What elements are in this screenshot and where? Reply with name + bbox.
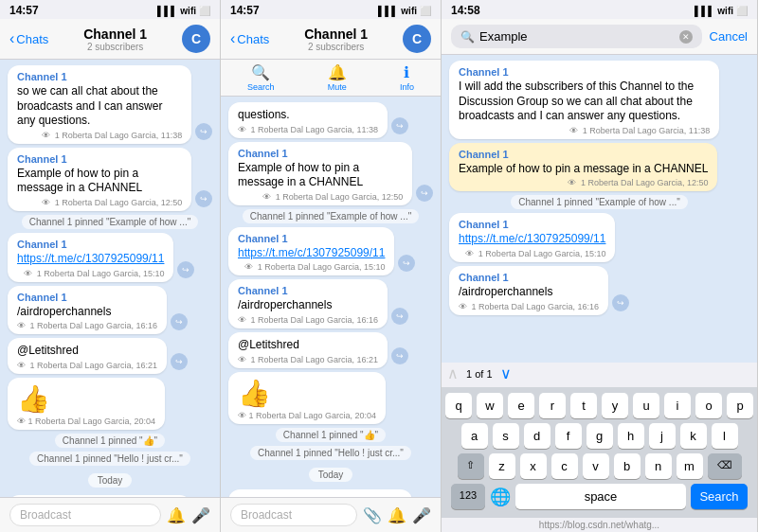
p3-channel-4: Channel 1 [459,272,599,283]
key-space[interactable]: space [515,484,686,509]
key-l[interactable]: l [712,423,738,449]
key-p[interactable]: p [727,393,753,418]
nav-center-2: Channel 1 2 subscribers [269,27,403,52]
key-y[interactable]: y [602,393,628,418]
key-shift[interactable]: ⇧ [458,453,484,479]
mic-icon-1[interactable]: 🎤 [191,506,210,524]
msg-text-3[interactable]: https://t.me/c/1307925099/11 [17,252,164,267]
p3-channel-1: Channel 1 [459,66,710,78]
p2-channel-4: Channel 1 [238,285,378,296]
key-w[interactable]: w [477,393,503,418]
p2-eye-emoji: 👁 [238,411,246,420]
back-button-2[interactable]: ‹ Chats [230,30,269,47]
message-emoji: 👍 👁 1 Roberta Dal Lago Garcia, 20:04 [8,378,165,430]
search-cancel-btn[interactable]: Cancel [710,29,748,44]
mic-icon-2[interactable]: 🎤 [412,506,431,524]
today-label-1: Today [88,473,133,488]
chat-area-3[interactable]: Channel 1 I will add the subscribers of … [442,55,757,363]
message-4: Channel 1 /airdroperchannels 👁 1 Roberta… [8,286,167,335]
msg-meta-3: 👁 1 Roberta Dal Lago Garcia, 15:10 [17,269,164,278]
key-c[interactable]: c [551,453,578,479]
key-delete[interactable]: ⌫ [708,453,742,479]
key-num[interactable]: 123 [451,484,485,509]
search-clear-btn[interactable]: ✕ [679,30,693,44]
p2-forward-3[interactable]: ↪ [398,255,415,272]
search-header: 🔍 ✕ Cancel [442,19,757,55]
broadcast-input-2[interactable]: Broadcast [230,504,357,526]
battery-icon-1: ⬜ [199,6,210,16]
p3-forward-4[interactable]: ↪ [612,294,629,311]
key-q[interactable]: q [445,393,472,418]
forward-btn-2[interactable]: ↪ [195,190,212,207]
p2-forward-4[interactable]: ↪ [391,308,408,325]
p2-msg-text-3[interactable]: https://t.me/c/1307925099/11 [238,246,385,261]
key-f[interactable]: f [555,423,582,449]
p2-forward-2[interactable]: ↪ [416,185,433,202]
eye-icon-1: 👁 [42,131,50,140]
mute-toolbar-btn[interactable]: 🔔 Mute [328,63,347,92]
channel-label-3: Channel 1 [17,239,164,250]
back-button-1[interactable]: ‹ Chats [9,30,48,47]
p3-msg-text-1: I will add the subscribers of this Chann… [459,80,710,124]
paperclip-icon[interactable]: 📎 [363,506,382,524]
key-i[interactable]: i [664,393,691,418]
nav-next-btn[interactable]: ∨ [500,364,512,382]
message-3: Channel 1 https://t.me/c/1307925099/11 👁… [8,233,173,282]
forward-btn-1[interactable]: ↪ [195,123,212,140]
time-1: 14:57 [9,4,39,17]
p2-message-1: questions. 👁 1 Roberta Dal Lago Garcia, … [228,102,388,138]
p2-forward-5[interactable]: ↪ [391,347,408,364]
key-b[interactable]: b [614,453,641,479]
nav-prev-btn[interactable]: ∧ [447,364,459,382]
key-s[interactable]: s [493,423,519,449]
eye-icon-5: 👁 [17,361,26,370]
system-msg-2: Channel 1 pinned "👍" [55,434,165,448]
key-j[interactable]: j [649,423,676,449]
key-u[interactable]: u [633,393,659,418]
key-a[interactable]: a [461,423,488,449]
forward-btn-5[interactable]: ↪ [171,353,188,370]
key-r[interactable]: r [539,393,566,418]
p2-forward-1[interactable]: ↪ [391,117,408,134]
forward-btn-3[interactable]: ↪ [177,261,194,278]
p2-message-2: Channel 1 Example of how to pin a messag… [228,142,412,205]
channel-avatar-2[interactable]: C [403,25,431,53]
key-n[interactable]: n [645,453,672,479]
p3-msg-meta-2: 👁 1 Roberta Dal Lago Garcia, 12:50 [459,178,708,187]
p2-msg-meta-2: 👁 1 Roberta Dal Lago Garcia, 12:50 [238,192,403,202]
key-d[interactable]: d [524,423,550,449]
key-o[interactable]: o [695,393,722,418]
p2-system-1: Channel 1 pinned "Example of how ..." [243,209,420,223]
bell-icon-1[interactable]: 🔔 [167,506,186,524]
key-v[interactable]: v [583,453,609,479]
chat-area-2[interactable]: questions. 👁 1 Roberta Dal Lago Garcia, … [221,97,441,497]
chat-area-1[interactable]: Channel 1 so we can all chat about the b… [0,60,220,497]
p3-msg-text-3[interactable]: https://t.me/c/1307925099/11 [459,232,605,247]
broadcast-input-1[interactable]: Broadcast [9,504,161,526]
subscribers-2: 2 subscribers [269,42,403,52]
key-m[interactable]: m [677,453,703,479]
system-msg-1: Channel 1 pinned "Example of how ..." [22,215,199,229]
p3-eye-1: 👁 [569,126,578,135]
time-3: 14:58 [451,4,480,17]
info-toolbar-btn[interactable]: ℹ Info [400,63,414,92]
key-x[interactable]: x [520,453,547,479]
key-t[interactable]: t [570,393,597,418]
search-key[interactable]: Search [691,484,748,509]
globe-icon[interactable]: 🌐 [490,484,511,509]
key-e[interactable]: e [508,393,534,418]
key-h[interactable]: h [618,423,644,449]
search-toolbar-btn[interactable]: 🔍 Search [247,63,275,92]
forward-btn-4[interactable]: ↪ [171,313,188,330]
key-z[interactable]: z [489,453,515,479]
search-icon-main: 🔍 [460,30,475,44]
channel-avatar-1[interactable]: C [182,25,210,53]
bell-icon-2[interactable]: 🔔 [388,506,406,524]
key-g[interactable]: g [587,423,613,449]
search-input[interactable] [479,29,675,44]
key-k[interactable]: k [680,423,707,449]
status-bar-3: 14:58 ▌▌▌ wifi ⬜ [442,0,757,19]
nav-counter-label: 1 of 1 [466,368,493,380]
p2-emoji-icon: 👍 [238,378,376,409]
eye-icon-emoji: 👁 [17,417,26,426]
